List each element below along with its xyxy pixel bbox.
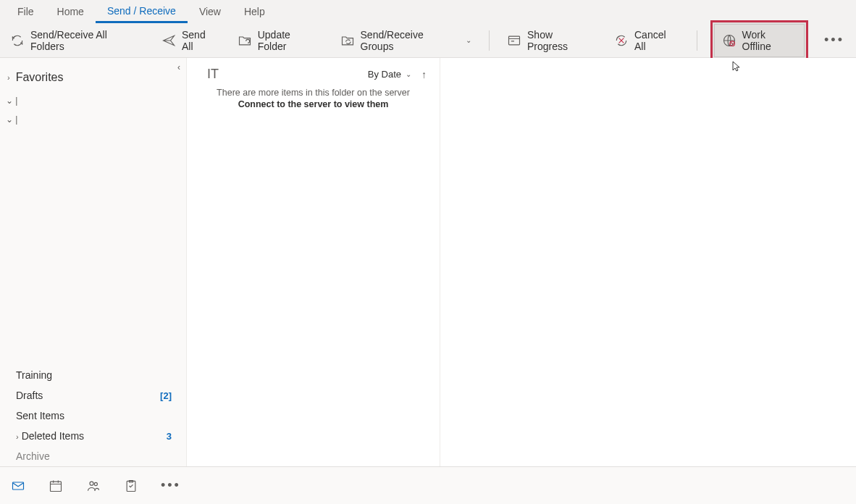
tab-home[interactable]: Home — [46, 1, 96, 22]
favorites-header[interactable]: › Favorites — [0, 58, 186, 91]
main-layout: ‹ › Favorites ⌄ | ⌄ | Training Drafts [2… — [0, 58, 856, 466]
tab-send-receive[interactable]: Send / Receive — [96, 1, 188, 23]
ribbon-commands: Send/Receive All Folders Send All Update… — [0, 23, 856, 58]
send-receive-all-button[interactable]: Send/Receive All Folders — [6, 26, 147, 55]
progress-icon — [507, 33, 521, 48]
send-all-button[interactable]: Send All — [157, 26, 223, 55]
tab-view[interactable]: View — [188, 1, 232, 22]
svg-rect-4 — [51, 482, 62, 491]
chevron-down-icon: ⌄ — [406, 70, 411, 78]
folder-sync-icon — [340, 33, 355, 48]
update-folder-label: Update Folder — [258, 29, 322, 52]
favorites-label: Favorites — [16, 71, 64, 84]
tasks-icon — [124, 479, 138, 493]
reading-pane — [440, 58, 856, 466]
server-items-notice: There are more items in this folder on t… — [187, 88, 440, 109]
nav-people-button[interactable] — [85, 478, 101, 494]
folder-archive[interactable]: Archive — [0, 446, 186, 466]
svg-rect-0 — [509, 36, 520, 45]
work-offline-highlight: Work Offline — [710, 20, 809, 61]
folder-refresh-icon — [238, 33, 252, 48]
svg-rect-3 — [13, 482, 24, 490]
folder-drafts-label: Drafts — [16, 390, 43, 401]
navigation-bar: ••• — [0, 466, 856, 504]
message-list-header: IT By Date ⌄ ↑ — [187, 58, 440, 88]
cancel-icon — [614, 33, 629, 48]
nav-mail-button[interactable] — [10, 478, 26, 494]
nav-tasks-button[interactable] — [123, 478, 139, 494]
send-receive-groups-label: Send/Receive Groups — [361, 29, 459, 52]
update-folder-button[interactable]: Update Folder — [233, 26, 326, 55]
folder-drafts[interactable]: Drafts [2] — [0, 385, 186, 406]
collapse-sidebar-button[interactable]: ‹ — [177, 62, 180, 72]
cancel-all-label: Cancel All — [634, 29, 679, 52]
folder-title: IT — [207, 67, 219, 82]
show-progress-label: Show Progress — [527, 29, 595, 52]
ribbon-separator — [489, 30, 490, 51]
ribbon-overflow-button[interactable]: ••• — [818, 33, 850, 48]
send-receive-all-label: Send/Receive All Folders — [30, 29, 143, 52]
ribbon-separator — [697, 30, 697, 51]
folder-training[interactable]: Training — [0, 365, 186, 385]
chevron-right-icon: › — [16, 432, 19, 441]
show-progress-button[interactable]: Show Progress — [503, 26, 600, 55]
people-icon — [86, 479, 101, 493]
sort-label: By Date — [368, 69, 401, 80]
chevron-down-icon: ⌄ — [466, 36, 471, 44]
folder-deleted-count: 3 — [167, 431, 172, 442]
account-expand-1[interactable]: ⌄ | — [0, 91, 186, 110]
send-receive-groups-button[interactable]: Send/Receive Groups ⌄ — [336, 26, 477, 55]
send-icon — [161, 33, 176, 48]
folder-sent-items[interactable]: Sent Items — [0, 406, 186, 426]
notice-line2[interactable]: Connect to the server to view them — [200, 99, 427, 109]
chevron-right-icon: › — [7, 73, 10, 82]
folder-deleted-items[interactable]: ›Deleted Items 3 — [0, 426, 186, 446]
globe-offline-icon — [722, 33, 737, 48]
tab-help[interactable]: Help — [232, 1, 277, 22]
folder-drafts-count: [2] — [160, 390, 172, 401]
nav-more-button[interactable]: ••• — [161, 478, 181, 493]
folder-deleted-label: Deleted Items — [22, 430, 84, 442]
calendar-icon — [49, 479, 63, 493]
message-list-pane: IT By Date ⌄ ↑ There are more items in t… — [187, 58, 440, 466]
folder-pane: ‹ › Favorites ⌄ | ⌄ | Training Drafts [2… — [0, 58, 187, 466]
sort-by-date-button[interactable]: By Date ⌄ — [368, 69, 411, 80]
nav-calendar-button[interactable] — [48, 478, 64, 494]
tab-file[interactable]: File — [6, 1, 46, 22]
account-expand-2[interactable]: ⌄ | — [0, 110, 186, 129]
refresh-icon — [10, 33, 25, 48]
send-all-label: Send All — [182, 29, 219, 52]
work-offline-label: Work Offline — [742, 29, 797, 52]
notice-line1: There are more items in this folder on t… — [200, 88, 427, 98]
folder-archive-label: Archive — [16, 450, 50, 462]
folder-sent-label: Sent Items — [16, 410, 64, 421]
mail-icon — [11, 479, 25, 493]
svg-point-6 — [94, 482, 97, 485]
folder-training-label: Training — [16, 369, 52, 381]
sort-direction-button[interactable]: ↑ — [421, 69, 427, 80]
svg-point-5 — [90, 482, 93, 485]
cancel-all-button[interactable]: Cancel All — [610, 26, 684, 55]
work-offline-button[interactable]: Work Offline — [714, 24, 805, 57]
